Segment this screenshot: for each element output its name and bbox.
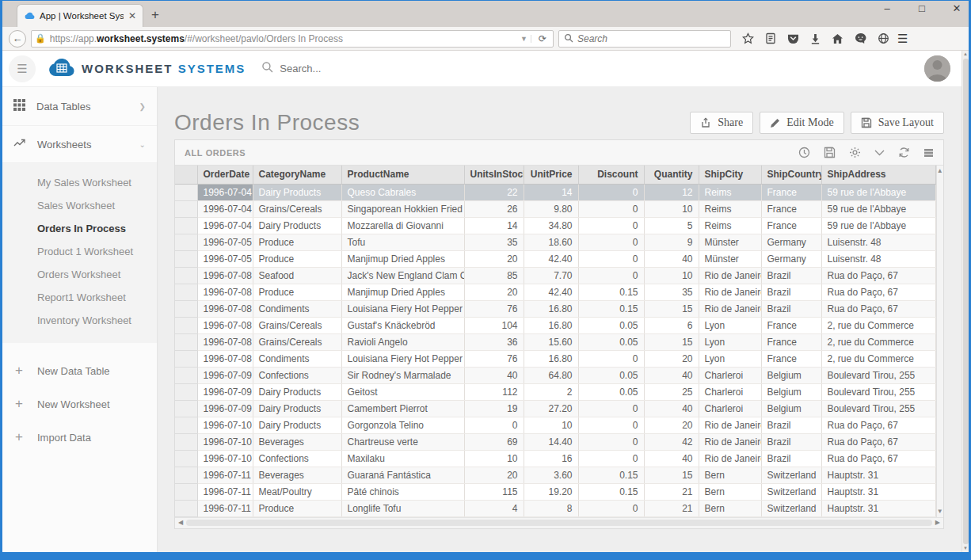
reload-icon[interactable]: ⟳ — [535, 33, 550, 44]
downloads-icon[interactable] — [810, 33, 821, 44]
app-search-input[interactable] — [280, 63, 517, 74]
sidebar-worksheet-item[interactable]: Orders Worksheet — [2, 263, 157, 286]
row-handle[interactable] — [175, 350, 197, 367]
window-maximize-button[interactable]: □ — [915, 2, 929, 14]
column-header[interactable] — [175, 166, 197, 184]
grid-vertical-scrollbar[interactable]: ▲ ▼ — [936, 166, 944, 517]
row-handle[interactable] — [175, 500, 197, 516]
sidebar-worksheet-item[interactable]: Sales Worksheet — [2, 194, 157, 217]
url-bar[interactable]: 🔒 https://app.worksheet.systems/#/worksh… — [31, 30, 554, 48]
home-icon[interactable] — [832, 33, 843, 44]
row-handle[interactable] — [175, 184, 197, 200]
user-avatar[interactable] — [924, 55, 950, 82]
table-row[interactable]: 1996-07-08Grains/CerealsGustaf's Knäckeb… — [175, 317, 935, 333]
browser-search[interactable] — [558, 30, 731, 48]
window-minimize-button[interactable]: – — [880, 2, 894, 14]
row-handle[interactable] — [175, 300, 197, 317]
sidebar-worksheet-item[interactable]: Report1 Worksheet — [2, 286, 157, 309]
table-row[interactable]: 1996-07-05ProduceTofu3518.6009MünsterGer… — [175, 234, 935, 250]
row-handle[interactable] — [175, 234, 197, 250]
bookmark-star-icon[interactable] — [742, 32, 754, 44]
sidebar-item-worksheets[interactable]: Worksheets ⌄ — [2, 126, 157, 163]
page-scroll-up-icon[interactable]: ▲ — [963, 51, 968, 58]
sidebar-action[interactable]: +New Worksheet — [2, 387, 157, 421]
row-handle[interactable] — [175, 333, 197, 350]
page-scroll-down-icon[interactable]: ▼ — [963, 545, 968, 552]
table-row[interactable]: 1996-07-08ProduceManjimup Dried Apples20… — [175, 284, 935, 300]
table-row[interactable]: 1996-07-05ProduceManjimup Dried Apples20… — [175, 250, 935, 267]
table-row[interactable]: 1996-07-08CondimentsLouisiana Fiery Hot … — [175, 300, 935, 317]
row-handle[interactable] — [175, 217, 197, 234]
brand-logo[interactable]: WORKSHEET SYSTEMS — [48, 58, 246, 80]
chat-smiley-icon[interactable] — [855, 32, 866, 44]
tab-close-icon[interactable]: ✕ — [128, 10, 136, 21]
column-header[interactable]: ShipCountry — [761, 166, 821, 184]
services-globe-icon[interactable] — [878, 32, 889, 44]
table-row[interactable]: 1996-07-04Dairy ProductsMozzarella di Gi… — [175, 217, 935, 234]
edit-mode-button[interactable]: Edit Mode — [760, 112, 844, 134]
hscroll-thumb[interactable] — [186, 520, 932, 526]
table-row[interactable]: 1996-07-08CondimentsLouisiana Fiery Hot … — [175, 350, 935, 367]
column-header[interactable]: UnitsInStock — [464, 166, 524, 184]
column-header[interactable]: OrderDate — [197, 166, 253, 184]
sidebar-item-data-tables[interactable]: Data Tables ❯ — [2, 87, 157, 126]
window-close-button[interactable]: ✕ — [950, 2, 964, 14]
scroll-right-icon[interactable]: ▶ — [935, 520, 940, 526]
new-tab-button[interactable]: + — [151, 7, 159, 23]
sidebar-toggle-icon[interactable]: ☰ — [9, 55, 36, 82]
column-header[interactable]: UnitPrice — [524, 166, 578, 184]
collapse-chevron-icon[interactable] — [874, 150, 885, 156]
row-handle[interactable] — [175, 433, 197, 450]
reading-list-icon[interactable] — [765, 32, 776, 44]
rows-icon[interactable] — [923, 148, 934, 158]
share-button[interactable]: Share — [690, 112, 753, 134]
column-header[interactable]: Quantity — [644, 166, 699, 184]
table-row[interactable]: 1996-07-10BeveragesChartreuse verte6914.… — [175, 433, 935, 450]
sidebar-action[interactable]: +Import Data — [2, 421, 157, 454]
table-row[interactable]: 1996-07-09Dairy ProductsGeitost11220.052… — [175, 383, 935, 400]
row-handle[interactable] — [175, 417, 197, 433]
refresh-icon[interactable] — [898, 147, 910, 158]
grid-horizontal-scrollbar[interactable]: ◀ ▶ — [175, 517, 943, 528]
sidebar-worksheet-item[interactable]: Product 1 Worksheet — [2, 240, 157, 263]
row-handle[interactable] — [175, 267, 197, 284]
row-handle[interactable] — [175, 317, 197, 333]
column-header[interactable]: Discount — [578, 166, 644, 184]
save-layout-button[interactable]: Save Layout — [851, 112, 944, 134]
table-row[interactable]: 1996-07-11Meat/PoultryPâté chinois11519.… — [175, 483, 935, 500]
browser-search-input[interactable] — [577, 33, 725, 44]
table-row[interactable]: 1996-07-08Grains/CerealsRavioli Angelo36… — [175, 333, 935, 350]
save-grid-icon[interactable] — [824, 147, 836, 158]
row-handle[interactable] — [175, 383, 197, 400]
row-handle[interactable] — [175, 467, 197, 483]
column-header[interactable]: ShipAddress — [821, 166, 935, 184]
url-dropdown-icon[interactable]: ▼ — [517, 35, 531, 43]
row-handle[interactable] — [175, 367, 197, 383]
row-handle[interactable] — [175, 450, 197, 467]
table-row[interactable]: 1996-07-04Dairy ProductsQueso Cabrales22… — [175, 184, 935, 200]
settings-gear-icon[interactable] — [849, 147, 861, 158]
menu-hamburger-icon[interactable]: ☰ — [897, 32, 908, 46]
table-row[interactable]: 1996-07-09ConfectionsSir Rodney's Marmal… — [175, 367, 935, 383]
row-handle[interactable] — [175, 250, 197, 267]
sidebar-action[interactable]: +New Data Table — [2, 354, 157, 387]
scroll-up-icon[interactable]: ▲ — [937, 168, 943, 174]
table-row[interactable]: 1996-07-11BeveragesGuaraná Fantástica203… — [175, 467, 935, 483]
column-header[interactable]: ShipCity — [699, 166, 761, 184]
back-button[interactable]: ← — [9, 30, 26, 48]
browser-tab[interactable]: App | Worksheet Systems ✕ — [17, 4, 143, 27]
browser-page-scrollbar[interactable]: ▲ ▼ — [961, 51, 969, 552]
table-row[interactable]: 1996-07-09Dairy ProductsCamembert Pierro… — [175, 400, 935, 417]
page-scroll-thumb[interactable] — [963, 59, 969, 544]
table-row[interactable]: 1996-07-11ProduceLonglife Tofu48021BernS… — [175, 500, 935, 516]
column-header[interactable]: ProductName — [341, 166, 464, 184]
column-header[interactable]: CategoryName — [253, 166, 341, 184]
scroll-down-icon[interactable]: ▼ — [937, 509, 943, 515]
table-row[interactable]: 1996-07-10ConfectionsMaxilaku1016040Rio … — [175, 450, 935, 467]
table-row[interactable]: 1996-07-08SeafoodJack's New England Clam… — [175, 267, 935, 284]
pocket-icon[interactable] — [787, 33, 799, 44]
row-handle[interactable] — [175, 284, 197, 300]
sidebar-worksheet-item[interactable]: Inventory Worksheet — [2, 309, 157, 332]
sidebar-worksheet-item[interactable]: Orders In Process — [2, 217, 157, 240]
tab-all-orders[interactable]: ALL ORDERS — [185, 148, 246, 158]
